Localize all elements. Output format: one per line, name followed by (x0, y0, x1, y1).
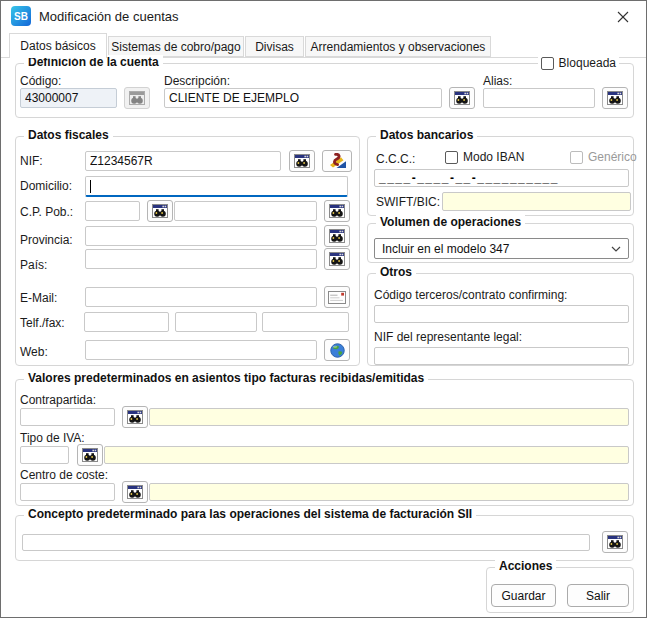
binoculars-icon (294, 154, 310, 169)
group-otros: Otros Código terceros/contrato confirmin… (367, 273, 634, 366)
fax-field[interactable] (262, 312, 349, 332)
domicilio-field[interactable] (85, 176, 348, 197)
concepto-sii-search-button[interactable] (602, 531, 628, 553)
title-bar: SB Modificación de cuentas (1, 1, 646, 31)
salir-button[interactable]: Salir (567, 584, 629, 607)
modelo-347-dropdown[interactable]: Incluir en el modelo 347 (374, 238, 629, 259)
group-title: Datos bancarios (376, 128, 477, 142)
telf2-field[interactable] (175, 312, 257, 332)
swift-label: SWIFT/BIC: (376, 195, 440, 209)
group-volumen-operaciones: Volumen de operaciones Incluir en el mod… (367, 223, 634, 263)
group-title: Otros (376, 265, 416, 279)
contrapartida-label: Contrapartida: (20, 393, 96, 407)
close-button[interactable] (608, 5, 638, 29)
tab-datos-basicos[interactable]: Datos básicos (9, 33, 107, 58)
tab-sistemas-cobro-pago[interactable]: Sistemas de cobro/pago (108, 36, 244, 57)
descripcion-search-button[interactable] (449, 87, 475, 109)
binoculars-icon (329, 252, 345, 267)
contrapartida-search-button[interactable] (122, 406, 148, 428)
app-icon: SB (11, 6, 31, 26)
provincia-search-button[interactable] (324, 225, 350, 247)
binoculars-icon (127, 410, 143, 425)
tab-divisas[interactable]: Divisas (245, 36, 304, 57)
nif-search-button[interactable] (289, 150, 315, 172)
poblacion-field[interactable] (174, 201, 317, 221)
generico-checkbox[interactable] (570, 151, 583, 164)
email-field[interactable] (85, 287, 317, 307)
group-acciones: Acciones Guardar Salir (486, 567, 634, 613)
nif-representante-field[interactable] (374, 347, 629, 365)
binoculars-icon (454, 91, 470, 106)
pais-search-button[interactable] (324, 248, 350, 270)
binoculars-icon (82, 448, 98, 463)
codigo-label: Código: (20, 74, 61, 88)
tipo-iva-field[interactable] (20, 446, 69, 464)
web-field[interactable] (85, 340, 317, 360)
email-label: E-Mail: (20, 291, 57, 305)
alias-search-button[interactable] (602, 87, 628, 109)
nif-field[interactable] (85, 151, 281, 171)
group-title: Volumen de operaciones (376, 215, 525, 229)
pais-field[interactable] (85, 249, 317, 269)
descripcion-label: Descripción: (164, 74, 230, 88)
centro-coste-desc-field (149, 483, 629, 501)
aeat-validate-button[interactable] (322, 150, 352, 172)
modo-iban-checkbox[interactable] (445, 151, 458, 164)
binoculars-icon (607, 91, 623, 106)
confirming-field[interactable] (374, 305, 629, 323)
binoculars-icon (129, 91, 145, 106)
alias-field[interactable] (483, 88, 595, 108)
poblacion-search-button[interactable] (324, 200, 350, 222)
tab-arrendamientos-observaciones[interactable]: Arrendamientos y observaciones (305, 36, 491, 57)
text-caret (90, 180, 91, 193)
provincia-label: Provincia: (20, 233, 73, 247)
codigo-field[interactable] (20, 88, 117, 108)
binoculars-icon (607, 535, 623, 550)
centro-coste-field[interactable] (20, 483, 115, 501)
concepto-sii-field[interactable] (22, 534, 590, 551)
cp-field[interactable] (85, 201, 140, 221)
group-concepto-sii: Concepto predeterminado para las operaci… (15, 515, 634, 561)
send-email-button[interactable] (324, 286, 350, 308)
ccc-label: C.C.C.: (376, 152, 415, 166)
tipo-iva-search-button[interactable] (77, 444, 103, 466)
close-icon (617, 11, 629, 23)
swift-field[interactable] (442, 192, 631, 211)
alias-label: Alias: (483, 74, 512, 88)
nif-representante-label: NIF del representante legal: (374, 330, 522, 344)
group-definicion-cuenta: Definición de la cuenta Bloqueada Código… (15, 63, 634, 118)
contrapartida-field[interactable] (20, 408, 115, 426)
ccc-field[interactable]: ____-____-__-__________ (374, 169, 629, 187)
group-title: Concepto predeterminado para las operaci… (24, 507, 476, 521)
descripcion-field[interactable] (164, 88, 442, 108)
confirming-label: Código terceros/contrato confirming: (374, 288, 567, 302)
codigo-search-button[interactable] (124, 87, 150, 109)
cp-search-button[interactable] (147, 200, 173, 222)
chevron-down-icon (611, 246, 621, 252)
modo-iban-check-row: Modo IBAN (445, 150, 524, 164)
domicilio-label: Domicilio: (20, 179, 72, 193)
envelope-icon (328, 291, 346, 304)
ccc-mask-text: ____-____-__-__________ (379, 171, 559, 185)
provincia-field[interactable] (85, 226, 317, 246)
bloqueada-checkbox[interactable] (541, 57, 554, 70)
guardar-button[interactable]: Guardar (491, 584, 556, 607)
group-valores-predeterminados: Valores predeterminados en asientos tipo… (15, 379, 634, 506)
binoculars-icon (329, 204, 345, 219)
modo-iban-label: Modo IBAN (463, 150, 524, 164)
cp-pob-label: C.P. Pob.: (20, 205, 73, 219)
group-title: Acciones (495, 559, 556, 573)
generico-check-row: Genérico (570, 150, 637, 164)
binoculars-icon (152, 204, 168, 219)
centro-coste-label: Centro de coste: (20, 468, 108, 482)
globe-icon (330, 343, 345, 358)
dialog-modificacion-cuentas: SB Modificación de cuentas Datos básicos… (0, 0, 647, 618)
web-label: Web: (20, 345, 48, 359)
bloqueada-label: Bloqueada (559, 56, 616, 70)
window-title: Modificación de cuentas (39, 9, 178, 24)
centro-coste-search-button[interactable] (122, 481, 148, 503)
group-title: Datos fiscales (24, 128, 113, 142)
open-web-button[interactable] (324, 339, 350, 361)
contrapartida-desc-field (149, 408, 629, 426)
telf1-field[interactable] (84, 312, 169, 332)
